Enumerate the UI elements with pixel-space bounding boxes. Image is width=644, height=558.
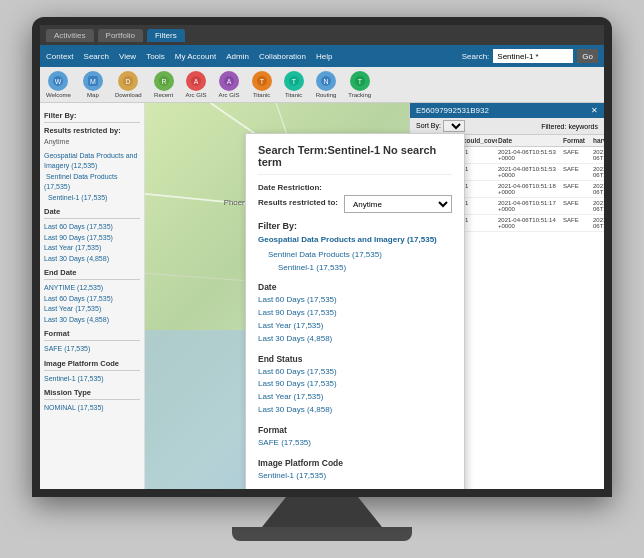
filter-date-item-0[interactable]: Last 60 Days (17,535) bbox=[258, 294, 452, 307]
filter-format-category: Format bbox=[258, 425, 452, 435]
row0-harvest: 2021-04-06T13:33:24.938 bbox=[592, 149, 604, 161]
filter-format-item-0[interactable]: SAFE (17,535) bbox=[258, 437, 452, 450]
filter-end-date-category: End Status bbox=[258, 354, 452, 364]
go-button[interactable]: Go bbox=[577, 49, 598, 63]
sidebar-restricted-value: Anytime bbox=[44, 138, 69, 145]
svg-text:T: T bbox=[358, 78, 363, 85]
row1-format: SAFE bbox=[562, 166, 592, 172]
toolbar-account[interactable]: My Account bbox=[175, 52, 216, 61]
icon-map[interactable]: M Map bbox=[83, 71, 103, 98]
toolbar-admin[interactable]: Admin bbox=[226, 52, 249, 61]
icon-arcgis2[interactable]: A Arc GIS bbox=[219, 71, 240, 98]
filter-format-section: Format SAFE (17,535) bbox=[258, 425, 452, 450]
sidebar-end-item-2[interactable]: Last Year (17,535) bbox=[44, 304, 140, 315]
filter-date-section: Date Last 60 Days (17,535) Last 90 Days … bbox=[258, 282, 452, 345]
monitor: Activities Portfolio Filters Context Sea… bbox=[32, 17, 612, 497]
svg-text:T: T bbox=[291, 78, 296, 85]
sort-by-select[interactable] bbox=[443, 120, 465, 132]
tab-portfolio[interactable]: Portfolio bbox=[98, 29, 143, 42]
icon-tracking[interactable]: T Tracking bbox=[348, 71, 371, 98]
filter-end-date-section: End Status Last 60 Days (17,535) Last 90… bbox=[258, 354, 452, 417]
filter-date-item-1[interactable]: Last 90 Days (17,535) bbox=[258, 307, 452, 320]
filter-platform-item-0[interactable]: Sentinel-1 (17,535) bbox=[258, 470, 452, 483]
sidebar-restricted-label: Results restricted by: bbox=[44, 126, 140, 135]
sidebar-sentinel-link[interactable]: Sentinel Data Products (17,535) bbox=[44, 172, 140, 193]
toolbar-help[interactable]: Help bbox=[316, 52, 332, 61]
sidebar-end-item-3[interactable]: Last 30 Days (4,858) bbox=[44, 315, 140, 326]
routing-icon: N bbox=[316, 71, 336, 91]
filter-results-select[interactable]: Anytime bbox=[344, 195, 452, 213]
toolbar-context[interactable]: Context bbox=[46, 52, 74, 61]
icon-recent[interactable]: R Recent bbox=[154, 71, 174, 98]
row3-cover: -1 bbox=[462, 200, 497, 206]
sidebar-end-item-1[interactable]: Last 60 Days (17,535) bbox=[44, 294, 140, 305]
app-toolbar: Context Search View Tools My Account Adm… bbox=[40, 45, 604, 67]
tab-activities[interactable]: Activities bbox=[46, 29, 94, 42]
titanic2-label: Titanic bbox=[285, 92, 302, 98]
data-panel-header-x[interactable]: ✕ bbox=[591, 106, 598, 115]
recent-label: Recent bbox=[154, 92, 173, 98]
sidebar-end-item-0[interactable]: ANYTIME (12,535) bbox=[44, 283, 140, 294]
filter-date-category: Date bbox=[258, 282, 452, 292]
filter-end-item-3[interactable]: Last 30 Days (4,858) bbox=[258, 404, 452, 417]
row0-date: 2021-04-06T10:51:53 +0000 bbox=[497, 149, 562, 161]
icon-welcome[interactable]: W Welcome bbox=[46, 71, 71, 98]
sidebar-date-item-2[interactable]: Last Year (17,535) bbox=[44, 243, 140, 254]
tab-filters[interactable]: Filters bbox=[147, 29, 185, 42]
sidebar-mission: Mission Type NOMINAL (17,535) bbox=[44, 388, 140, 414]
filter-sentinel-link[interactable]: Sentinel Data Products (17,535) bbox=[268, 249, 452, 262]
map-area[interactable]: Phoenix Tallahassee + − Search Term:Sent… bbox=[145, 103, 604, 489]
col-date: Date bbox=[497, 137, 562, 144]
filter-date-item-2[interactable]: Last Year (17,535) bbox=[258, 320, 452, 333]
recent-icon: R bbox=[154, 71, 174, 91]
sidebar-geospatial-link[interactable]: Geospatial Data Products and Imagery (12… bbox=[44, 151, 140, 172]
filter-end-item-2[interactable]: Last Year (17,535) bbox=[258, 391, 452, 404]
filter-sentinel-sub-link[interactable]: Sentinel-1 (17,535) bbox=[268, 262, 452, 275]
row3-format: SAFE bbox=[562, 200, 592, 206]
icon-routing[interactable]: N Routing bbox=[316, 71, 337, 98]
search-input[interactable] bbox=[493, 49, 573, 63]
toolbar-view[interactable]: View bbox=[119, 52, 136, 61]
row2-cover: -1 bbox=[462, 183, 497, 189]
map-icon: M bbox=[83, 71, 103, 91]
filter-date-item-3[interactable]: Last 30 Days (4,858) bbox=[258, 333, 452, 346]
filter-end-item-0[interactable]: Last 60 Days (17,535) bbox=[258, 366, 452, 379]
sidebar-mission-item-0[interactable]: NOMINAL (17,535) bbox=[44, 403, 140, 414]
data-panel-header-id: E56097992531B932 bbox=[416, 106, 489, 115]
row2-format: SAFE bbox=[562, 183, 592, 189]
monitor-base bbox=[232, 527, 412, 541]
filter-results-row: Results restricted to: Anytime bbox=[258, 195, 452, 213]
arcgis2-label: Arc GIS bbox=[219, 92, 240, 98]
welcome-icon: W bbox=[48, 71, 68, 91]
row4-format: SAFE bbox=[562, 217, 592, 223]
arcgis2-icon: A bbox=[219, 71, 239, 91]
filter-geospatial-link[interactable]: Geospatial Data Products and Imagery (17… bbox=[258, 234, 452, 247]
sidebar-platform-item-0[interactable]: Sentinel-1 (17,535) bbox=[44, 374, 140, 385]
filter-platform-category: Image Platform Code bbox=[258, 458, 452, 468]
icon-arcgis1[interactable]: A Arc GIS bbox=[186, 71, 207, 98]
sidebar-date-item-0[interactable]: Last 60 Days (17,535) bbox=[44, 222, 140, 233]
titanic2-icon: T bbox=[284, 71, 304, 91]
sidebar-date-item-1[interactable]: Last 90 Days (17,535) bbox=[44, 233, 140, 244]
sidebar-filter-by: Filter By: bbox=[44, 111, 140, 123]
toolbar-search[interactable]: Search bbox=[84, 52, 109, 61]
sidebar-format: Format SAFE (17,535) bbox=[44, 329, 140, 355]
icon-titanic1[interactable]: T Titanic bbox=[252, 71, 272, 98]
filter-by-section: Filter By: Geospatial Data Products and … bbox=[258, 221, 452, 274]
icon-titanic2[interactable]: T Titanic bbox=[284, 71, 304, 98]
toolbar-links: Context Search View Tools My Account Adm… bbox=[46, 52, 332, 61]
toolbar-collab[interactable]: Collaboration bbox=[259, 52, 306, 61]
sidebar-sentinel-sub-link[interactable]: Sentinel-1 (17,535) bbox=[44, 193, 140, 204]
filter-date-restriction-label: Date Restriction: bbox=[258, 183, 452, 192]
tracking-label: Tracking bbox=[348, 92, 371, 98]
toolbar-tools[interactable]: Tools bbox=[146, 52, 165, 61]
titanic1-icon: T bbox=[252, 71, 272, 91]
row4-date: 2021-04-06T10:51:14 +0000 bbox=[497, 217, 562, 229]
icon-download[interactable]: D Download bbox=[115, 71, 142, 98]
titanic1-label: Titanic bbox=[253, 92, 270, 98]
row4-cover: -1 bbox=[462, 217, 497, 223]
filter-end-item-1[interactable]: Last 90 Days (17,535) bbox=[258, 378, 452, 391]
sidebar-format-item-0[interactable]: SAFE (17,535) bbox=[44, 344, 140, 355]
sidebar-date-item-3[interactable]: Last 30 Days (4,858) bbox=[44, 254, 140, 265]
sidebar-filter-section: Filter By: Results restricted by: Anytim… bbox=[44, 111, 140, 147]
